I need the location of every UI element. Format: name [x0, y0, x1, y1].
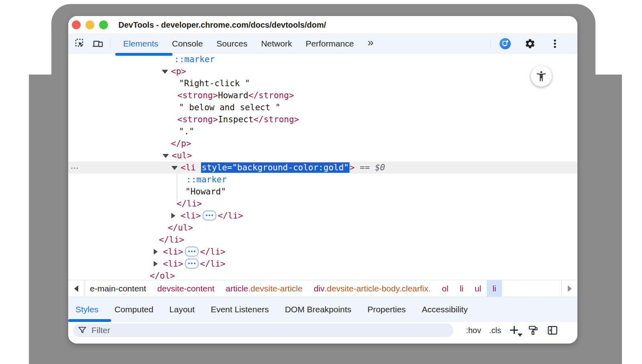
- tab-network[interactable]: Network: [261, 39, 292, 49]
- paint-roller-icon[interactable]: [528, 325, 539, 336]
- code-token-tag: >: [349, 163, 355, 172]
- dom-tree-row[interactable]: ".": [68, 125, 577, 138]
- styles-tab-event-listeners[interactable]: Event Listeners: [211, 305, 269, 314]
- breadcrumb-scroll-right-button[interactable]: [561, 280, 577, 297]
- breadcrumb-item[interactable]: li: [487, 280, 502, 297]
- styles-panel-tabbar: StylesComputedLayoutEvent ListenersDOM B…: [68, 297, 577, 322]
- devtools-toolbar: ElementsConsoleSourcesNetworkPerformance…: [68, 34, 577, 53]
- breadcrumb-part-cls: .devsite-article-body.clearfix.: [325, 284, 431, 293]
- window-titlebar: DevTools - developer.chrome.com/docs/dev…: [68, 16, 577, 34]
- dom-tree-row[interactable]: <li></li>: [68, 246, 577, 258]
- dom-tree-row[interactable]: <strong>Howard</strong>: [68, 89, 577, 101]
- toggle-element-state-button[interactable]: :hov: [466, 326, 481, 335]
- more-tabs-icon[interactable]: »: [368, 37, 374, 50]
- row-gutter-ellipsis[interactable]: ...: [71, 160, 79, 172]
- dom-tree-row[interactable]: </p>: [68, 138, 577, 150]
- dom-tree-row[interactable]: <ul>: [68, 150, 577, 162]
- code-token-gray: ==: [355, 163, 375, 172]
- tab-console[interactable]: Console: [172, 39, 203, 49]
- code-token-text: ".": [179, 127, 194, 136]
- dom-tree-row[interactable]: " below and select ": [68, 101, 577, 113]
- elements-tree: ::marker<p>"Right-click "<strong>Howard<…: [68, 53, 577, 280]
- breadcrumb-item[interactable]: ol: [436, 280, 454, 297]
- code-token-tag: </p>: [171, 139, 191, 148]
- ai-assistant-icon[interactable]: [500, 38, 511, 49]
- kebab-menu-icon[interactable]: [549, 38, 561, 49]
- code-token-tag: <li>: [163, 259, 183, 269]
- styles-tab-properties[interactable]: Properties: [368, 305, 406, 314]
- disclosure-arrow-down[interactable]: [171, 166, 178, 170]
- expand-ellipsis-button[interactable]: [185, 247, 199, 257]
- breadcrumb-part-tag: div: [314, 284, 325, 293]
- code-token-tag: <p>: [171, 67, 186, 76]
- add-style-rule-icon[interactable]: [509, 325, 520, 336]
- code-token-tag: <li: [181, 163, 201, 172]
- dock-side-icon[interactable]: [547, 325, 558, 336]
- tab-performance[interactable]: Performance: [306, 39, 354, 49]
- expand-ellipsis-button[interactable]: [203, 210, 216, 220]
- breadcrumb-item[interactable]: ul: [469, 280, 487, 297]
- code-token-selected: style="background-color:gold": [201, 162, 350, 173]
- disclosure-arrow-right[interactable]: [154, 249, 158, 255]
- breadcrumb-item[interactable]: e-main-content: [84, 280, 152, 297]
- breadcrumb-item[interactable]: li: [454, 280, 469, 297]
- disclosure-arrow-right[interactable]: [171, 213, 175, 218]
- dom-tree-row[interactable]: <strong>Inspect</strong>: [68, 113, 577, 125]
- toolbar-divider: [110, 38, 110, 49]
- code-token-text: "Right-click ": [179, 79, 250, 88]
- code-token-tag: <strong>: [177, 115, 218, 124]
- zoom-window-button[interactable]: [99, 20, 108, 29]
- styles-filter-field[interactable]: [73, 324, 453, 337]
- minimize-window-button[interactable]: [85, 20, 94, 29]
- styles-tab-dom-breakpoints[interactable]: DOM Breakpoints: [285, 305, 351, 314]
- element-classes-button[interactable]: .cls: [489, 326, 501, 335]
- breadcrumb-part-tag: li: [460, 284, 463, 293]
- expand-ellipsis-button[interactable]: [185, 259, 199, 269]
- device-toolbar-icon[interactable]: [92, 38, 104, 49]
- window-bottom-padding: [68, 339, 577, 344]
- dom-tree-row[interactable]: </ul>: [68, 222, 577, 234]
- breadcrumb-item[interactable]: devsite-content: [152, 280, 220, 297]
- code-token-tag: </ol>: [150, 271, 175, 280]
- breadcrumb-part-tag: li: [492, 284, 496, 293]
- styles-tab-computed[interactable]: Computed: [114, 305, 153, 314]
- filter-input[interactable]: [91, 326, 437, 335]
- code-token-tag: </li>: [159, 235, 184, 245]
- dom-tree-row[interactable]: "Right-click ": [68, 77, 577, 89]
- dom-tree-row[interactable]: ::marker: [68, 174, 577, 186]
- disclosure-arrow-right[interactable]: [154, 261, 158, 267]
- tab-sources[interactable]: Sources: [217, 39, 248, 49]
- close-window-button[interactable]: [72, 20, 81, 29]
- window-title: DevTools - developer.chrome.com/docs/dev…: [118, 16, 326, 34]
- breadcrumb-item[interactable]: article.devsite-article: [220, 280, 308, 297]
- code-token-tag: </li>: [177, 199, 202, 208]
- settings-gear-icon[interactable]: [524, 38, 536, 49]
- dom-tree-row[interactable]: "Howard": [68, 186, 577, 198]
- screenshot-stage: DevTools - developer.chrome.com/docs/dev…: [0, 0, 642, 364]
- code-token-tag: </strong>: [254, 115, 299, 124]
- styles-tab-layout[interactable]: Layout: [169, 305, 195, 314]
- breadcrumb-scroll-left-button[interactable]: [68, 280, 84, 297]
- code-token-tag: </li>: [200, 259, 226, 269]
- dom-tree-row[interactable]: ...<li style="background-color:gold"> ==…: [68, 162, 577, 174]
- inspect-icon[interactable]: [75, 38, 86, 49]
- styles-tab-accessibility[interactable]: Accessibility: [422, 305, 467, 314]
- funnel-icon: [77, 325, 87, 336]
- breadcrumb-item[interactable]: div.devsite-article-body.clearfix.: [308, 280, 436, 297]
- dom-tree-row[interactable]: <li></li>: [68, 258, 577, 270]
- panel-tabs: ElementsConsoleSourcesNetworkPerformance: [123, 34, 354, 53]
- dom-tree-row[interactable]: </li>: [68, 234, 577, 246]
- disclosure-arrow-down[interactable]: [163, 154, 169, 158]
- tab-elements[interactable]: Elements: [123, 39, 158, 49]
- dom-tree-row[interactable]: </li>: [68, 198, 577, 210]
- code-token-text: Howard: [218, 91, 248, 100]
- disclosure-arrow-down[interactable]: [162, 70, 168, 74]
- breadcrumb-part-cls: .devsite-article: [248, 284, 303, 293]
- dom-tree-row[interactable]: </ol>: [68, 270, 577, 280]
- breadcrumb-part-tag: devsite-content: [157, 284, 214, 293]
- styles-tab-styles[interactable]: Styles: [75, 305, 98, 314]
- dom-tree-row[interactable]: <li></li>: [68, 210, 577, 222]
- dom-tree-row[interactable]: <p>: [68, 65, 577, 77]
- devtools-window: DevTools - developer.chrome.com/docs/dev…: [68, 16, 577, 344]
- code-token-text: Inspect: [218, 115, 254, 124]
